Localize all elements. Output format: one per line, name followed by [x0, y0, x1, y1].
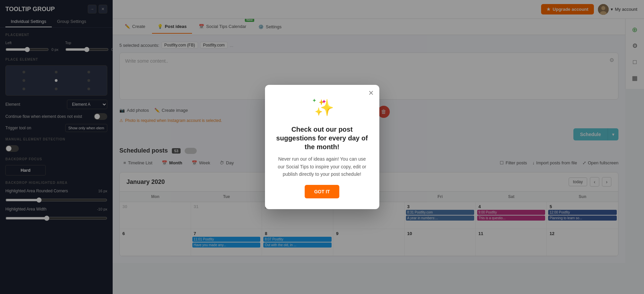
- modal-close-btn[interactable]: ✕: [368, 89, 374, 97]
- svg-text:✦: ✦: [321, 98, 327, 105]
- modal-icon: ✨ ✦ ✦: [276, 96, 369, 121]
- svg-text:✦: ✦: [312, 98, 316, 103]
- modal-body: Never run our of ideas again! You can us…: [276, 155, 369, 178]
- modal-title: Check out our post suggestions for every…: [276, 125, 369, 151]
- modal: ✕ ✨ ✦ ✦ Check out our post suggestions f…: [265, 85, 379, 209]
- modal-overlay[interactable]: ✕ ✨ ✦ ✦ Check out our post suggestions f…: [0, 0, 644, 294]
- modal-cta-btn[interactable]: GOT IT: [305, 185, 339, 198]
